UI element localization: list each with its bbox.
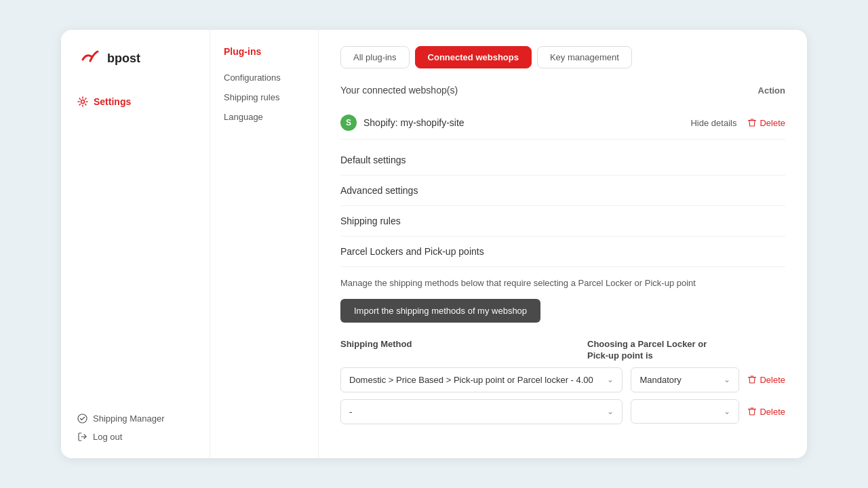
gear-icon	[77, 96, 88, 107]
tab-all-plugins[interactable]: All plug-ins	[340, 46, 410, 68]
import-shipping-methods-button[interactable]: Import the shipping methods of my websho…	[340, 299, 540, 323]
trash-icon	[747, 118, 757, 127]
col-method-header: Shipping Method	[340, 339, 579, 362]
status-select-2[interactable]: ⌄	[631, 399, 739, 424]
method-select-1-value: Domestic > Price Based > Pick-up point o…	[349, 375, 593, 385]
trash-icon-row2	[747, 407, 757, 416]
action-label: Action	[758, 85, 785, 96]
webshop-row: S Shopify: my-shopify-site Hide details …	[340, 106, 785, 140]
subnav-item-shipping-rules[interactable]: Shipping rules	[210, 87, 318, 107]
chevron-down-icon-3: ⌄	[607, 407, 614, 416]
row-1-delete-button[interactable]: Delete	[747, 375, 785, 385]
parcel-content: Manage the shipping methods below that r…	[340, 267, 785, 442]
shipping-manager-label: Shipping Manager	[93, 413, 165, 424]
chevron-down-icon: ⌄	[607, 375, 614, 384]
subnav-item-language[interactable]: Language	[210, 107, 318, 127]
webshop-delete-button[interactable]: Delete	[747, 118, 785, 128]
logout-link[interactable]: Log out	[77, 432, 193, 442]
connected-webshops-title: Your connected webshop(s)	[340, 85, 458, 96]
hide-details-button[interactable]: Hide details	[690, 118, 736, 128]
shopify-indicator: S	[340, 115, 357, 131]
section-parcel-lockers[interactable]: Parcel Lockers and Pick-up points	[340, 237, 785, 267]
shipping-table-header: Shipping Method Choosing a Parcel Locker…	[340, 339, 785, 362]
method-select-2[interactable]: - ⌄	[340, 399, 623, 424]
webshop-name: Shopify: my-shopify-site	[363, 117, 465, 128]
col-choosing-header: Choosing a Parcel Locker or Pick-up poin…	[587, 339, 723, 362]
bpost-logo-icon	[77, 46, 102, 70]
row-2-delete-button[interactable]: Delete	[747, 407, 785, 417]
chevron-down-icon-2: ⌄	[724, 375, 730, 384]
settings-label: Settings	[94, 96, 131, 107]
check-circle-icon	[77, 413, 87, 424]
status-select-1-value: Mandatory	[639, 375, 681, 385]
shipping-row-1: Domestic > Price Based > Pick-up point o…	[340, 367, 785, 392]
tab-connected-webshops[interactable]: Connected webshops	[415, 46, 532, 68]
logo-area: bpost	[61, 46, 210, 92]
tabs-bar: All plug-ins Connected webshops Key mana…	[340, 46, 785, 68]
row-2-delete-label: Delete	[760, 407, 785, 417]
section-default-settings[interactable]: Default settings	[340, 145, 785, 176]
section-shipping-rules[interactable]: Shipping rules	[340, 206, 785, 237]
subnav-title: Plug-ins	[210, 46, 318, 68]
status-select-1[interactable]: Mandatory ⌄	[631, 367, 739, 392]
subnav: Plug-ins Configurations Shipping rules L…	[210, 30, 319, 458]
subnav-item-configurations[interactable]: Configurations	[210, 68, 318, 87]
webshop-right: Hide details Delete	[690, 118, 785, 128]
webshop-delete-label: Delete	[760, 118, 785, 128]
sidebar-bottom: Shipping Manager Log out	[61, 413, 210, 442]
sidebar-settings-item[interactable]: Settings	[61, 92, 210, 111]
tab-key-management[interactable]: Key management	[537, 46, 632, 68]
row-1-delete-label: Delete	[760, 375, 785, 385]
method-select-2-value: -	[349, 407, 352, 417]
chevron-down-icon-4: ⌄	[724, 407, 730, 416]
sidebar: bpost Settings Shipping Manager	[61, 30, 210, 458]
logout-icon	[77, 432, 87, 442]
section-header: Your connected webshop(s) Action	[340, 85, 785, 96]
parcel-description: Manage the shipping methods below that r…	[340, 278, 785, 288]
svg-point-2	[78, 414, 87, 423]
shipping-manager-link[interactable]: Shipping Manager	[77, 413, 193, 424]
method-select-1[interactable]: Domestic > Price Based > Pick-up point o…	[340, 367, 623, 392]
logout-label: Log out	[93, 432, 122, 442]
section-advanced-settings[interactable]: Advanced settings	[340, 176, 785, 206]
main-content: All plug-ins Connected webshops Key mana…	[319, 30, 807, 458]
webshop-left: S Shopify: my-shopify-site	[340, 115, 465, 131]
trash-icon-row1	[747, 375, 757, 384]
svg-point-1	[81, 100, 85, 104]
shipping-row-2: - ⌄ ⌄ Delete	[340, 399, 785, 424]
logo-text: bpost	[107, 52, 140, 66]
